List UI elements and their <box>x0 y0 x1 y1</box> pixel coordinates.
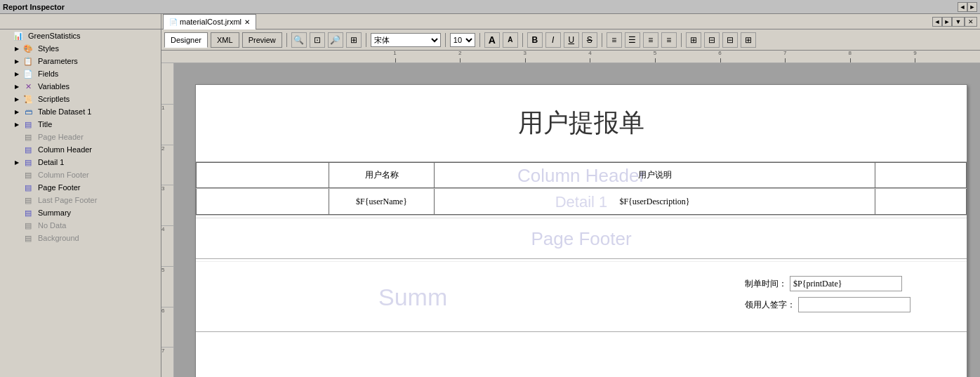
h-ruler-tick-6 <box>785 58 786 62</box>
scroll-right-btn[interactable]: ► <box>942 17 952 27</box>
bold-btn[interactable]: B <box>527 32 543 48</box>
tree-item-styles[interactable]: ▶🎨Styles <box>0 42 161 55</box>
h-ruler-tick-5 <box>720 58 721 62</box>
tree-expander-variables[interactable]: ▶ <box>13 82 21 91</box>
tab-close-btn[interactable]: ✕ <box>244 18 250 26</box>
tree-label-scriptlets: Scriptlets <box>38 95 69 103</box>
tree-expander-parameters[interactable]: ▶ <box>13 57 21 65</box>
tree-item-page-header[interactable]: ▤Page Header <box>0 131 161 143</box>
tree-expander-title[interactable]: ▶ <box>13 120 21 128</box>
tree-item-scriptlets[interactable]: ▶📜Scriptlets <box>0 93 161 105</box>
align-center-btn[interactable]: ☰ <box>625 32 640 48</box>
summary-value-1[interactable] <box>798 297 911 312</box>
tree-item-background[interactable]: ▤Background <box>0 232 161 244</box>
header-cell-left <box>196 163 329 188</box>
v-ruler-label-7: 7 <box>161 347 173 354</box>
tree-label-parameters: Parameters <box>38 57 78 65</box>
zoom-in-btn[interactable]: 🔍 <box>291 32 307 48</box>
v-ruler-label-6: 6 <box>161 307 173 314</box>
italic-btn[interactable]: I <box>545 32 561 48</box>
tree-label-no-data: No Data <box>38 221 66 230</box>
tree-icon-background: ▤ <box>22 232 34 244</box>
tree-item-page-footer[interactable]: ▤Page Footer <box>0 181 161 194</box>
report-page[interactable]: 用户提报单 Column Header 用户名称 用户说明 <box>195 84 967 377</box>
h-ruler-label-4: 5 <box>654 51 656 56</box>
tree-expander-no-data[interactable] <box>13 221 21 230</box>
scroll-left-btn[interactable]: ◄ <box>932 17 942 27</box>
designer-btn[interactable]: Designer <box>164 32 208 48</box>
tree-icon-page-header: ▤ <box>22 131 34 143</box>
preview-btn[interactable]: Preview <box>242 32 282 48</box>
tree-item-column-header[interactable]: ▤Column Header <box>0 143 161 156</box>
underline-btn[interactable]: U <box>564 32 579 48</box>
format1-btn[interactable]: ⊟ <box>722 32 738 48</box>
page-btn[interactable]: ⊞ <box>346 32 362 48</box>
h-ruler-label-2: 3 <box>524 51 527 56</box>
xml-btn[interactable]: XML <box>211 32 239 48</box>
tree-expander-summary[interactable] <box>13 209 21 217</box>
tree-label-last-page-footer: Last Page Footer <box>38 196 97 204</box>
main-layout: 📊GreenStatistics▶🎨Styles▶📋Parameters▶📄Fi… <box>0 29 980 377</box>
tree-icon-styles: 🎨 <box>22 43 34 54</box>
aa-large-btn[interactable]: A <box>484 32 500 48</box>
scroll-down-btn[interactable]: ▼ <box>952 17 965 27</box>
ruler-vertical: 12345678 <box>161 63 174 377</box>
tree-item-detail-1[interactable]: ▶▤Detail 1 <box>0 156 161 168</box>
tree-icon-fields: 📄 <box>22 68 34 79</box>
tree-expander-column-header[interactable] <box>13 145 21 154</box>
indent-btn[interactable]: ⊞ <box>686 32 701 48</box>
tree-icon-last-page-footer: ▤ <box>22 194 34 206</box>
tree-item-summary[interactable]: ▤Summary <box>0 206 161 219</box>
format2-btn[interactable]: ⊞ <box>741 32 756 48</box>
sep6 <box>602 33 602 47</box>
tree-expander-green-statistics[interactable] <box>3 32 11 40</box>
font-select[interactable]: 宋体 <box>371 33 441 47</box>
align-left-btn[interactable]: ≡ <box>607 32 622 48</box>
tree-item-title[interactable]: ▶▤Title <box>0 118 161 131</box>
tree-expander-detail-1[interactable]: ▶ <box>13 158 21 166</box>
tree-expander-page-footer[interactable] <box>13 183 21 192</box>
nav-right-arrow[interactable]: ► <box>967 2 977 12</box>
tree-expander-table-dataset-1[interactable]: ▶ <box>13 107 21 116</box>
tree-icon-summary: ▤ <box>22 207 34 218</box>
zoom-out-btn[interactable]: 🔎 <box>328 32 343 48</box>
tab-materialcost[interactable]: 📄 materialCost.jrxml ✕ <box>163 14 256 29</box>
h-ruler-tick-2 <box>525 58 526 62</box>
tree-item-column-footer[interactable]: ▤Column Footer <box>0 168 161 181</box>
tree-item-fields[interactable]: ▶📄Fields <box>0 67 161 80</box>
tree-item-variables[interactable]: ▶✕Variables <box>0 80 161 93</box>
zoom-fit-btn[interactable]: ⊡ <box>310 32 325 48</box>
summary-value-0[interactable]: $P{printDate} <box>790 276 902 291</box>
outdent-btn[interactable]: ⊟ <box>704 32 720 48</box>
tree-expander-background[interactable] <box>13 234 21 242</box>
summary-row-1: 领用人签字： <box>745 297 911 312</box>
tree-item-last-page-footer[interactable]: ▤Last Page Footer <box>0 194 161 206</box>
tree-item-table-dataset-1[interactable]: ▶🗃Table Dataset 1 <box>0 105 161 118</box>
tree-item-green-statistics[interactable]: 📊GreenStatistics <box>0 29 161 42</box>
tree-expander-column-footer[interactable] <box>13 171 21 179</box>
close-all-btn[interactable]: ✕ <box>965 17 977 27</box>
app-title: Report Inspector <box>3 3 65 11</box>
strikethrough-btn[interactable]: S <box>582 32 597 48</box>
align-right-btn[interactable]: ≡ <box>643 32 658 48</box>
canvas-area[interactable]: 123456789 12345678 <box>161 51 980 377</box>
h-ruler-tick-4 <box>655 58 656 62</box>
header-cell-name: 用户名称 <box>329 163 435 188</box>
justify-btn[interactable]: ≡ <box>661 32 677 48</box>
tree-expander-fields[interactable]: ▶ <box>13 70 21 78</box>
right-area: Designer XML Preview 🔍 ⊡ 🔎 ⊞ 宋体 10 A A <box>161 29 980 377</box>
detail-cell-name: $F{userName} <box>329 189 435 215</box>
title-bar: Report Inspector ◄ ► <box>0 0 980 14</box>
tree-item-no-data[interactable]: ▤No Data <box>0 219 161 232</box>
tree-item-parameters[interactable]: ▶📋Parameters <box>0 55 161 67</box>
font-size-select[interactable]: 10 <box>450 33 475 47</box>
nav-left-arrow[interactable]: ◄ <box>958 2 967 12</box>
aa-small-btn[interactable]: A <box>503 32 518 48</box>
tree-expander-last-page-footer[interactable] <box>13 196 21 204</box>
tree-label-page-header: Page Header <box>38 133 84 141</box>
tree-container: 📊GreenStatistics▶🎨Styles▶📋Parameters▶📄Fi… <box>0 29 161 244</box>
tree-expander-scriptlets[interactable]: ▶ <box>13 95 21 103</box>
tree-expander-page-header[interactable] <box>13 133 21 141</box>
tree-expander-styles[interactable]: ▶ <box>13 44 21 53</box>
tree-label-column-footer: Column Footer <box>38 171 89 179</box>
